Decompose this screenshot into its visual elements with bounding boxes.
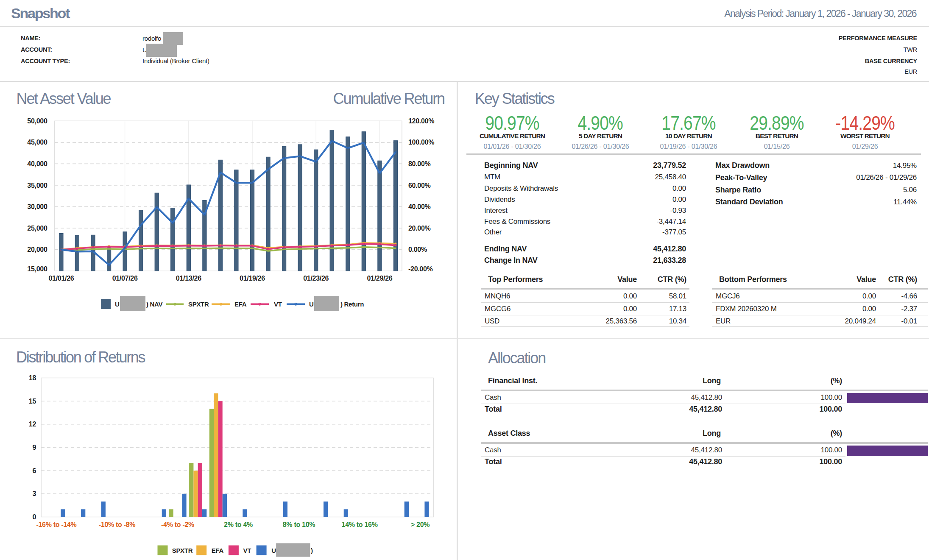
svg-text:-4% to -2%: -4% to -2% — [161, 521, 194, 528]
svg-text:01/01/26: 01/01/26 — [48, 275, 74, 282]
svg-text:120.00%: 120.00% — [408, 117, 434, 125]
svg-text:U: U — [271, 547, 276, 554]
svg-text:> 20%: > 20% — [411, 521, 430, 528]
svg-text:9: 9 — [32, 444, 36, 451]
svg-text:01/19/26: 01/19/26 — [240, 275, 265, 282]
svg-text:35,000: 35,000 — [27, 182, 47, 189]
svg-text:VT: VT — [274, 301, 282, 308]
svg-text:20.00%: 20.00% — [408, 225, 431, 232]
svg-text:18: 18 — [29, 374, 36, 382]
svg-text:-20.00%: -20.00% — [408, 265, 433, 273]
svg-text:60.00%: 60.00% — [408, 182, 431, 189]
svg-text:01/13/26: 01/13/26 — [176, 275, 201, 282]
svg-text:): ) — [311, 547, 313, 554]
svg-text:50,000: 50,000 — [27, 117, 47, 125]
svg-text:14% to 16%: 14% to 16% — [342, 521, 378, 528]
svg-text:01/23/26: 01/23/26 — [303, 275, 329, 282]
svg-text:-10% to -8%: -10% to -8% — [99, 521, 136, 528]
svg-text:25,000: 25,000 — [27, 225, 47, 232]
svg-text:12: 12 — [29, 421, 36, 428]
svg-text:0: 0 — [32, 513, 36, 521]
svg-text:3: 3 — [32, 490, 36, 497]
svg-text:30,000: 30,000 — [27, 203, 47, 210]
svg-text:) NAV: ) NAV — [146, 301, 163, 308]
svg-text:0.00%: 0.00% — [408, 246, 427, 253]
svg-text:-16% to -14%: -16% to -14% — [36, 521, 76, 528]
svg-text:15,000: 15,000 — [27, 265, 47, 273]
svg-text:80.00%: 80.00% — [408, 160, 431, 167]
svg-text:20,000: 20,000 — [27, 246, 47, 253]
svg-text:01/29/26: 01/29/26 — [367, 275, 392, 282]
svg-text:SPXTR: SPXTR — [188, 301, 209, 308]
svg-text:40.00%: 40.00% — [408, 203, 431, 210]
svg-text:EFA: EFA — [234, 301, 247, 308]
svg-text:8% to 10%: 8% to 10% — [283, 521, 315, 528]
svg-text:2% to 4%: 2% to 4% — [224, 521, 253, 528]
svg-text:100.00%: 100.00% — [408, 139, 434, 146]
svg-text:6: 6 — [32, 467, 36, 474]
svg-text:15: 15 — [29, 398, 36, 405]
svg-text:VT: VT — [243, 547, 251, 554]
svg-text:40,000: 40,000 — [27, 160, 47, 167]
svg-text:45,000: 45,000 — [27, 139, 47, 146]
svg-text:EFA: EFA — [212, 547, 224, 554]
svg-text:SPXTR: SPXTR — [172, 547, 193, 554]
svg-text:U: U — [309, 301, 314, 308]
svg-text:) Return: ) Return — [340, 301, 364, 308]
svg-text:01/07/26: 01/07/26 — [112, 275, 138, 282]
svg-text:U: U — [115, 301, 120, 308]
